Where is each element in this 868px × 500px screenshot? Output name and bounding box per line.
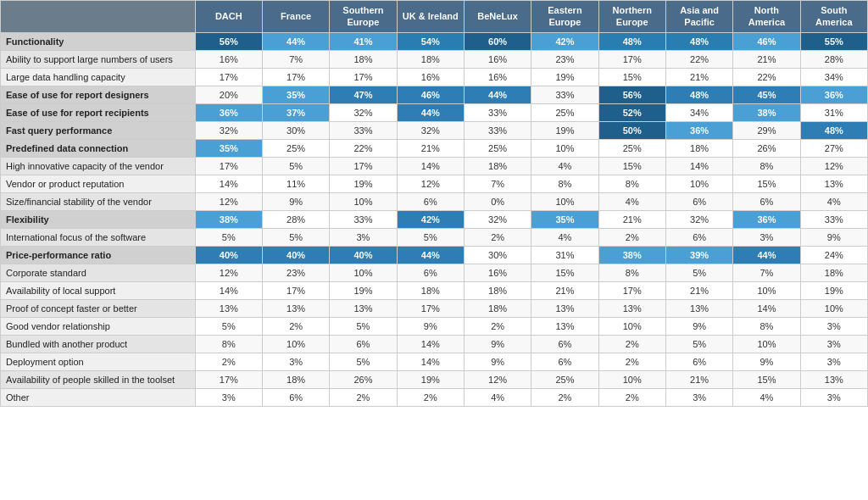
cell-value: 18% [397, 50, 464, 68]
cell-value: 46% [397, 86, 464, 103]
cell-value: 13% [800, 370, 867, 388]
cell-value: 6% [397, 264, 464, 281]
cell-value: 60% [464, 32, 531, 50]
cell-value: 9% [262, 192, 329, 210]
cell-value: 40% [195, 246, 262, 264]
cell-value: 17% [195, 370, 262, 388]
table-row: Fast query performance32%30%33%32%33%19%… [1, 121, 868, 139]
cell-value: 13% [531, 317, 598, 335]
cell-value: 13% [800, 175, 867, 192]
cell-value: 21% [665, 68, 732, 86]
cell-value: 3% [800, 317, 867, 335]
cell-value: 5% [195, 228, 262, 246]
cell-value: 7% [464, 175, 531, 192]
cell-value: 2% [598, 353, 665, 370]
cell-value: 5% [262, 157, 329, 175]
cell-value: 19% [800, 281, 867, 299]
cell-value: 14% [397, 157, 464, 175]
cell-value: 33% [330, 210, 397, 228]
cell-value: 13% [665, 299, 732, 317]
cell-value: 18% [665, 139, 732, 157]
cell-value: 18% [330, 50, 397, 68]
row-label-header [1, 1, 196, 33]
cell-value: 36% [665, 121, 732, 139]
cell-value: 9% [800, 228, 867, 246]
cell-value: 44% [733, 246, 800, 264]
cell-value: 19% [531, 68, 598, 86]
row-label: Other [1, 388, 196, 406]
cell-value: 12% [464, 370, 531, 388]
table-row: Ease of use for report designers20%35%47… [1, 86, 868, 103]
cell-value: 34% [800, 68, 867, 86]
cell-value: 27% [800, 139, 867, 157]
cell-value: 6% [665, 192, 732, 210]
cell-value: 21% [598, 210, 665, 228]
cell-value: 30% [262, 121, 329, 139]
cell-value: 56% [598, 86, 665, 103]
cell-value: 32% [330, 103, 397, 121]
cell-value: 24% [800, 246, 867, 264]
cell-value: 10% [330, 264, 397, 281]
cell-value: 44% [464, 86, 531, 103]
cell-value: 6% [262, 388, 329, 406]
cell-value: 21% [665, 281, 732, 299]
cell-value: 25% [531, 370, 598, 388]
cell-value: 4% [531, 228, 598, 246]
cell-value: 48% [665, 86, 732, 103]
cell-value: 15% [733, 370, 800, 388]
cell-value: 15% [598, 68, 665, 86]
main-table: DACHFranceSouthern EuropeUK & IrelandBeN… [0, 0, 868, 407]
row-label: Flexibility [1, 210, 196, 228]
cell-value: 5% [665, 335, 732, 353]
row-label: Ease of use for report designers [1, 86, 196, 103]
cell-value: 18% [464, 281, 531, 299]
cell-value: 9% [464, 335, 531, 353]
cell-value: 8% [531, 175, 598, 192]
cell-value: 13% [262, 299, 329, 317]
cell-value: 13% [330, 299, 397, 317]
cell-value: 10% [598, 317, 665, 335]
cell-value: 17% [195, 157, 262, 175]
cell-value: 14% [397, 353, 464, 370]
col-header-4: UK & Ireland [397, 1, 464, 33]
cell-value: 2% [262, 317, 329, 335]
cell-value: 10% [800, 299, 867, 317]
cell-value: 17% [262, 281, 329, 299]
cell-value: 12% [195, 264, 262, 281]
cell-value: 13% [195, 299, 262, 317]
cell-value: 5% [262, 228, 329, 246]
cell-value: 4% [464, 388, 531, 406]
row-label: Availability of people skilled in the to… [1, 370, 196, 388]
cell-value: 30% [464, 246, 531, 264]
cell-value: 4% [598, 192, 665, 210]
cell-value: 18% [464, 157, 531, 175]
cell-value: 17% [330, 157, 397, 175]
cell-value: 3% [665, 388, 732, 406]
cell-value: 10% [665, 175, 732, 192]
cell-value: 22% [665, 50, 732, 68]
cell-value: 41% [330, 32, 397, 50]
cell-value: 10% [733, 281, 800, 299]
col-header-9: North America [733, 1, 800, 33]
cell-value: 11% [262, 175, 329, 192]
cell-value: 21% [397, 139, 464, 157]
row-label: Predefined data connection [1, 139, 196, 157]
cell-value: 29% [733, 121, 800, 139]
cell-value: 8% [598, 264, 665, 281]
row-label: Availability of local support [1, 281, 196, 299]
table-row: Predefined data connection35%25%22%21%25… [1, 139, 868, 157]
cell-value: 52% [598, 103, 665, 121]
cell-value: 46% [733, 32, 800, 50]
row-label: Fast query performance [1, 121, 196, 139]
cell-value: 10% [531, 192, 598, 210]
cell-value: 17% [598, 281, 665, 299]
cell-value: 10% [262, 335, 329, 353]
cell-value: 10% [733, 335, 800, 353]
cell-value: 23% [262, 264, 329, 281]
cell-value: 32% [464, 210, 531, 228]
table-row: Functionality56%44%41%54%60%42%48%48%46%… [1, 32, 868, 50]
cell-value: 2% [195, 353, 262, 370]
row-label: High innovative capacity of the vendor [1, 157, 196, 175]
cell-value: 21% [531, 281, 598, 299]
cell-value: 2% [598, 388, 665, 406]
